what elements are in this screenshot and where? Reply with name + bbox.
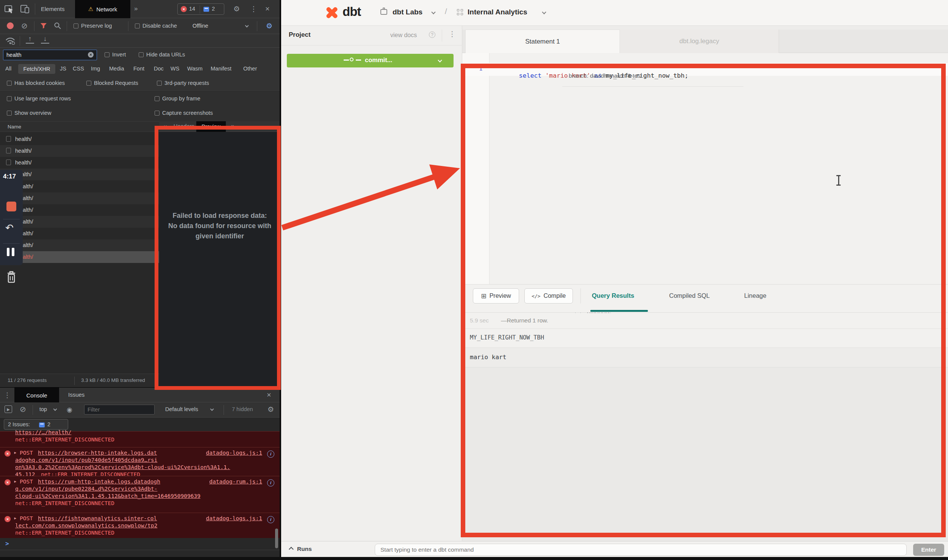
sidebar-kebab-icon[interactable]: ⋮ (449, 30, 456, 38)
close-devtools-icon[interactable]: × (265, 5, 270, 13)
console-filter-input[interactable] (84, 405, 155, 415)
tab-console[interactable]: Console (14, 388, 59, 403)
invert-checkbox[interactable] (105, 52, 110, 57)
request-row[interactable]: health/ (0, 169, 159, 180)
network-filter-input[interactable] (3, 50, 97, 60)
import-har-icon[interactable]: ↑ (26, 35, 34, 44)
request-row-selected[interactable]: alth/ (0, 251, 159, 263)
preview-button[interactable]: ⊞ Preview (473, 288, 519, 303)
eye-icon[interactable]: ◉ (67, 406, 72, 414)
error-link[interactable]: on%3A3.0.2%2Cenv%3Aprod%2Cservice%3Adbt-… (15, 464, 230, 470)
chevron-down-icon[interactable] (542, 10, 546, 14)
export-har-icon[interactable]: ↓ (41, 35, 49, 44)
error-link[interactable]: cloud-ui%2Cversion%3A1.1.45.112&batch_ti… (15, 493, 200, 499)
request-row[interactable]: health/ (0, 157, 159, 169)
info-icon[interactable]: i (267, 516, 274, 523)
error-link[interactable]: lect.com/com.snowplowanalytics.snowplow/… (15, 522, 157, 529)
tab-preview[interactable]: Preview (196, 121, 226, 132)
filter-chip-fetchxhr[interactable]: Fetch/XHR (18, 64, 55, 74)
more-tabs-icon[interactable]: » (134, 5, 138, 13)
clear-icon[interactable]: ⊘ (21, 21, 28, 30)
drawer-kebab-icon[interactable]: ⋮ (4, 391, 11, 399)
tab-dbt-log-legacy[interactable]: dbt.log.legacy (620, 30, 779, 53)
tab-issues[interactable]: Issues (68, 391, 84, 398)
large-rows-checkbox[interactable] (7, 96, 12, 101)
expand-triangle-icon[interactable]: ▸ (14, 515, 17, 521)
tab-statement-1[interactable]: Statement 1 (465, 30, 620, 53)
enter-button[interactable]: Enter (913, 544, 944, 556)
show-overview-checkbox[interactable] (7, 111, 12, 116)
throttling-select[interactable]: Offline (192, 23, 208, 29)
dbt-logo[interactable] (324, 5, 340, 21)
console-settings-gear-icon[interactable]: ⚙ (268, 406, 274, 413)
stop-recording-icon[interactable] (6, 202, 16, 211)
console-prompt[interactable]: > (0, 538, 280, 550)
filter-chip-all[interactable]: All (5, 66, 11, 72)
tab-lineage[interactable]: Lineage (744, 292, 767, 299)
filter-funnel-icon[interactable] (40, 23, 47, 30)
filter-chip-manifest[interactable]: Manifest (211, 66, 232, 72)
filter-chip-ws[interactable]: WS (171, 66, 179, 72)
chevron-down-icon[interactable] (431, 10, 435, 14)
inspect-icon[interactable] (4, 4, 14, 16)
account-switcher[interactable]: dbt Labs (393, 8, 422, 16)
filter-chip-media[interactable]: Media (109, 66, 124, 72)
search-icon[interactable] (54, 22, 61, 31)
error-link[interactable]: https://…/health/ (15, 429, 71, 435)
clear-filter-icon[interactable]: × (88, 52, 94, 58)
expand-triangle-icon[interactable]: ▸ (14, 478, 17, 484)
tab-compiled-sql[interactable]: Compiled SQL (669, 292, 710, 299)
runs-toggle[interactable]: Runs (297, 546, 312, 552)
request-row[interactable]: alth/ (0, 181, 159, 192)
source-link[interactable]: datadog-rum.js:1 (209, 479, 262, 485)
request-row[interactable]: alth/ (0, 204, 159, 216)
record-icon[interactable] (7, 22, 14, 29)
close-drawer-icon[interactable]: × (267, 391, 271, 399)
console-sidebar-icon[interactable]: ▶ (5, 405, 12, 413)
tab-network[interactable]: ⚠ Network (75, 0, 130, 18)
error-link[interactable]: q.com/v1/input/pube02284…d%2Cservice%3Ad… (15, 486, 157, 492)
request-row[interactable]: alth/ (0, 216, 159, 228)
error-link[interactable]: https://browser-http-intake.logs.dat (38, 450, 157, 456)
source-link[interactable]: datadog-logs.js:1 (206, 515, 262, 521)
request-row[interactable]: alth/ (0, 192, 159, 204)
sql-editor[interactable]: 1 select 'mario kart' as my_life_right_n… (462, 53, 948, 284)
info-icon[interactable]: i (267, 479, 274, 486)
error-link[interactable]: adoghq.com/v1/input/pub740de5f405dcdaa9…… (15, 457, 157, 463)
requests-name-header[interactable]: Name (0, 121, 159, 132)
clear-console-icon[interactable]: ⊘ (20, 405, 26, 414)
help-icon[interactable]: ? (429, 31, 435, 38)
disable-cache-checkbox[interactable] (135, 23, 140, 28)
filter-chip-doc[interactable]: Doc (154, 66, 164, 72)
compile-button[interactable]: </> Compile (524, 288, 573, 303)
network-conditions-icon[interactable] (5, 37, 16, 46)
settings-gear-icon[interactable]: ⚙ (233, 5, 240, 13)
request-row[interactable]: health/ (0, 133, 159, 145)
device-toolbar-icon[interactable] (20, 4, 30, 16)
capture-screenshots-checkbox[interactable] (155, 111, 160, 116)
hide-data-urls-checkbox[interactable] (139, 52, 144, 57)
filter-chip-img[interactable]: Img (91, 66, 100, 72)
log-levels-select[interactable]: Default levels (165, 406, 198, 412)
request-row[interactable]: alth/ (0, 239, 159, 251)
delete-recording-icon[interactable] (5, 270, 17, 285)
filter-chip-css[interactable]: CSS (73, 66, 84, 72)
filter-chip-wasm[interactable]: Wasm (187, 66, 203, 72)
blocked-requests-checkbox[interactable] (86, 81, 91, 86)
source-link[interactable]: datadog-logs.js:1 (206, 450, 262, 456)
expand-triangle-icon[interactable]: ▸ (14, 449, 17, 455)
network-settings-gear-icon[interactable]: ⚙ (266, 22, 272, 30)
group-by-frame-checkbox[interactable] (155, 96, 160, 101)
tab-headers[interactable]: Headers (174, 123, 194, 129)
commit-button[interactable]: commit... (287, 54, 454, 67)
view-docs-link[interactable]: view docs (390, 32, 417, 39)
error-link[interactable]: https://rum-http-intake.logs.datadogh (38, 479, 160, 485)
request-row[interactable]: alth/ (0, 228, 159, 239)
chevron-up-icon[interactable] (289, 547, 294, 552)
filter-chip-font[interactable]: Font (133, 66, 144, 72)
pause-recording-icon[interactable] (7, 248, 9, 256)
has-blocked-cookies-checkbox[interactable] (7, 81, 12, 86)
tab-elements[interactable]: Elements (41, 0, 65, 18)
context-select[interactable]: top (39, 406, 47, 412)
more-detail-tabs-icon[interactable]: » (231, 123, 235, 130)
